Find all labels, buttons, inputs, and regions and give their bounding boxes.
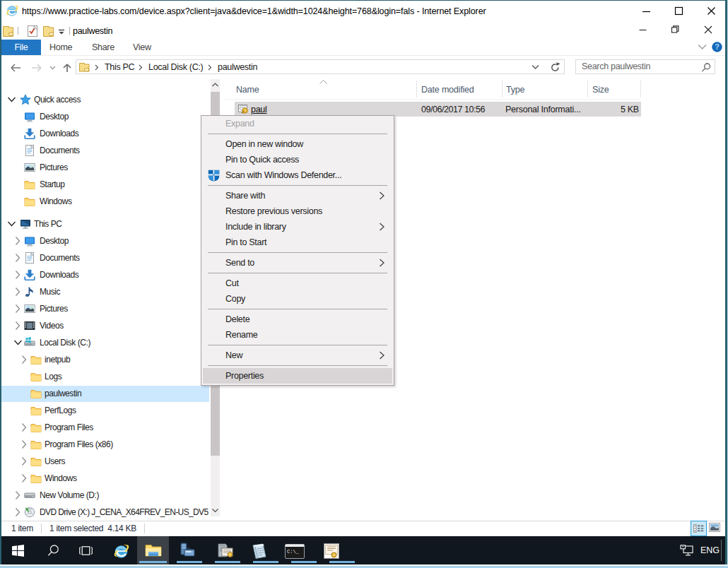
svg-text:?: ? [715, 42, 720, 51]
svg-text:C:\_: C:\_ [287, 549, 300, 555]
